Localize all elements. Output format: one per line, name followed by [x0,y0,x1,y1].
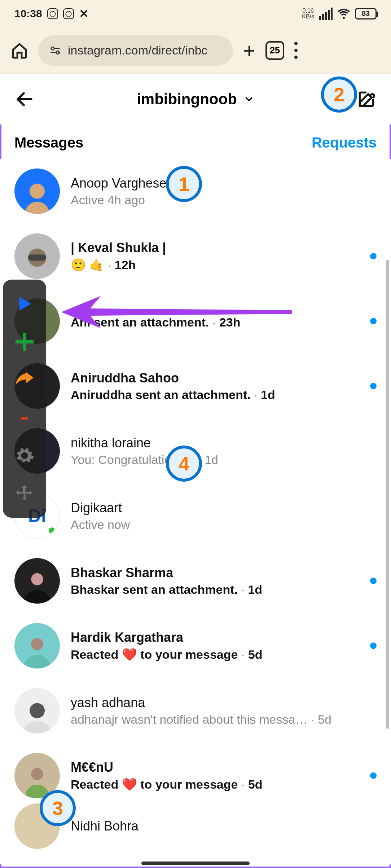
online-indicator [47,526,57,536]
back-button[interactable] [14,89,35,109]
conversation-preview: Reacted ❤️ to your message · 5d [71,777,359,792]
conversation-name: Digikaart [71,500,377,516]
avatar [14,623,60,668]
tab-switcher[interactable]: 25 [265,41,284,60]
requests-link[interactable]: Requests [312,135,377,151]
move-icon[interactable] [12,481,37,506]
conversation-row[interactable]: Ani sent an attachment. · 23h [0,289,391,354]
conversation-name: yash adhana [71,695,377,710]
messages-title: Messages [14,135,83,151]
scrollbar[interactable] [386,260,389,729]
network-speed: 0.16 KB/s [302,8,314,19]
svg-point-2 [30,184,45,199]
conversation-name: Hardik Kargathara [71,630,359,645]
svg-point-0 [51,47,54,50]
annotation-badge-3: 3 [40,790,76,826]
conversation-row[interactable]: | Keval Shukla | 🙂 🤙 · 12h [0,224,391,289]
instagram-icon: ◯ [47,8,58,19]
svg-point-1 [56,51,60,54]
conversation-name: | Keval Shukla | [71,240,359,255]
address-bar[interactable]: instagram.com/direct/inbc [38,35,233,66]
minus-icon[interactable] [12,405,37,430]
conversation-row[interactable]: Di Digikaart Active now [0,483,391,548]
plus-icon[interactable] [12,329,37,354]
status-bar: 10:38 ◯ ◯ ✕ 0.16 KB/s 83 [0,0,391,27]
share-arrow-icon[interactable] [12,367,37,392]
account-switcher[interactable]: imbibingnoob [137,91,254,108]
new-tab-button[interactable]: + [243,38,255,62]
avatar [14,558,60,604]
instagram-icon: ◯ [63,8,74,19]
chevron-down-icon [243,94,254,105]
conversation-preview: Ani sent an attachment. · 23h [71,315,359,329]
avatar [14,688,60,733]
svg-rect-4 [28,255,46,261]
unread-indicator [370,383,377,389]
annotation-badge-1: 1 [166,166,202,202]
conversation-preview: Aniruddha sent an attachment. · 1d [71,388,359,402]
unread-indicator [370,253,377,259]
home-icon[interactable] [11,42,28,59]
nav-handle [141,862,250,865]
unread-indicator [370,578,377,584]
cell-signal-icon [319,8,333,20]
conversation-row[interactable]: yash adhana adhanajr wasn't notified abo… [0,678,391,743]
conversation-preview: Active 4h ago [71,193,377,207]
conversation-name: Nidhi Bohra [71,819,377,834]
browser-toolbar: instagram.com/direct/inbc + 25 [0,27,391,74]
play-icon[interactable] [12,291,37,316]
no-location-icon: ✕ [79,7,89,21]
svg-point-6 [31,638,43,650]
conversation-row[interactable]: Hardik Kargathara Reacted ❤️ to your mes… [0,613,391,678]
browser-menu-button[interactable] [294,42,298,59]
compose-button[interactable] [356,89,377,109]
conversation-name: Aniruddha Sahoo [71,371,359,386]
annotation-badge-2: 2 [321,76,357,113]
battery-icon: 83 [355,8,377,19]
conversation-name: nikitha loraine [71,435,377,451]
wifi-icon [338,8,350,20]
conversation-row[interactable]: Aniruddha Sahoo Aniruddha sent an attach… [0,354,391,418]
avatar [14,168,60,214]
url-text: instagram.com/direct/inbc [68,43,207,57]
messages-heading-row: Messages Requests [0,128,391,157]
svg-point-8 [31,768,43,780]
conversation-name: M€€nU [71,760,359,775]
conversation-list: Anoop Varghese Active 4h ago | Keval Shu… [0,159,391,864]
conversation-preview: You: Congratulations!!! · 1d [71,453,377,467]
conversation-name: Anoop Varghese [71,176,377,191]
site-settings-icon [49,44,61,57]
svg-point-5 [31,573,43,586]
conversation-preview: adhanajr wasn't notified about this mess… [71,713,377,727]
conversation-preview: Reacted ❤️ to your message · 5d [71,647,359,662]
unread-indicator [370,772,377,779]
floating-toolbar-overlay[interactable] [3,280,46,518]
conversation-preview: Bhaskar sent an attachment. · 1d [71,583,359,597]
clock: 10:38 [14,8,42,20]
annotation-badge-4: 4 [166,446,202,482]
conversation-row[interactable]: Bhaskar Sharma Bhaskar sent an attachmen… [0,548,391,613]
conversation-preview: Active now [71,518,377,532]
conversation-preview: 🙂 🤙 · 12h [71,258,359,272]
username-label: imbibingnoob [137,91,237,108]
conversation-name: Bhaskar Sharma [71,565,359,580]
avatar [14,233,60,279]
unread-indicator [370,318,377,324]
svg-rect-9 [21,417,28,420]
gear-icon[interactable] [12,443,37,468]
unread-indicator [370,643,377,649]
svg-point-7 [30,703,45,718]
